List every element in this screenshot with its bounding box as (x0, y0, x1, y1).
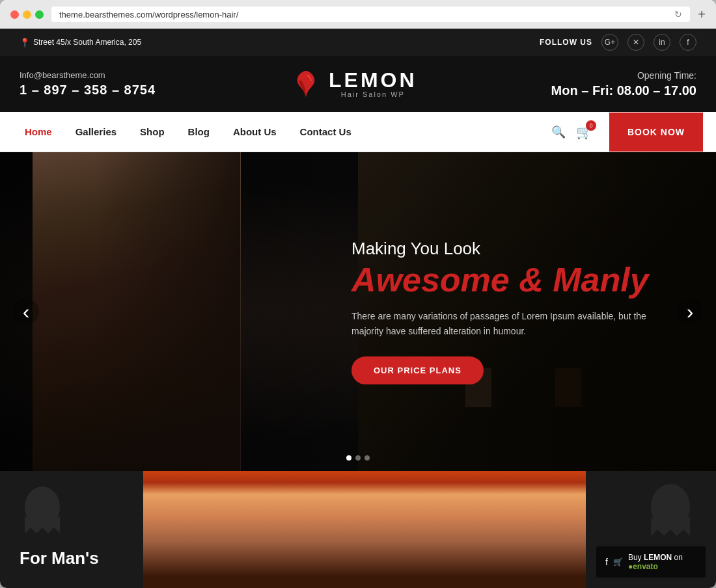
for-mans-label: For Man's (20, 548, 124, 568)
face-right (365, 471, 586, 588)
header-contact: Info@bearstheme.com 1 – 897 – 358 – 8754 (20, 70, 156, 98)
bottom-left: For Man's (0, 471, 143, 588)
twitter-icon[interactable]: ✕ (627, 34, 644, 51)
new-tab-button[interactable]: + (698, 7, 706, 22)
browser-chrome: theme.bearsthemes.com/wordpress/lemon-ha… (0, 0, 716, 29)
maximize-button[interactable] (35, 10, 44, 19)
minimize-button[interactable] (23, 10, 31, 19)
top-bar: 📍 Street 45/x South America, 205 FOLLOW … (0, 29, 716, 56)
nav-home[interactable]: Home (13, 112, 64, 152)
linkedin-icon[interactable]: in (654, 34, 670, 51)
traffic-lights (10, 10, 44, 19)
address-text: Street 45/x South America, 205 (33, 38, 141, 47)
slider-dot-3[interactable] (365, 455, 370, 461)
close-button[interactable] (10, 10, 19, 19)
search-button[interactable]: 🔍 (551, 125, 566, 139)
cart-small-icon: 🛒 (613, 557, 623, 567)
cart-badge: 0 (586, 120, 596, 131)
slider-prev-button[interactable]: ‹ (13, 299, 39, 325)
social-links: FOLLOW US G+ ✕ in f (540, 34, 696, 51)
logo-name: LEMON (329, 70, 417, 90)
nav-contact[interactable]: Contact Us (288, 112, 363, 152)
book-now-button[interactable]: BOOK NOW (609, 113, 703, 152)
logo-text: LEMON Hair Salon WP (329, 70, 417, 98)
nav-actions: 🔍 🛒 0 BOOK NOW (551, 113, 703, 152)
slider-dots (346, 455, 370, 461)
bottom-center (143, 471, 586, 588)
bottom-section: For Man's (0, 471, 716, 588)
facebook-badge-icon: f (605, 557, 608, 567)
site-content: 📍 Street 45/x South America, 205 FOLLOW … (0, 29, 716, 588)
slider-dot-2[interactable] (355, 455, 361, 461)
follow-us-label: FOLLOW US (540, 38, 592, 47)
hero-subtitle: Making You Look (351, 239, 664, 259)
nav-about[interactable]: About Us (221, 112, 288, 152)
map-pin-icon: 📍 (20, 38, 30, 47)
google-plus-icon[interactable]: G+ (601, 34, 618, 51)
envato-label: ●envato (628, 562, 658, 571)
hero-slider: ‹ Making You Look Awesome & Manly There … (0, 152, 716, 471)
face-split-image (143, 471, 586, 588)
hours-time: Mon – Fri: 08.00 – 17.00 (551, 83, 696, 98)
bottom-right: f 🛒 Buy LEMON on ●envato (586, 471, 716, 588)
hero-content: Making You Look Awesome & Manly There ar… (351, 239, 664, 384)
refresh-icon[interactable]: ↻ (674, 9, 682, 20)
browser-window: theme.bearsthemes.com/wordpress/lemon-ha… (0, 0, 716, 588)
site-header: Info@bearstheme.com 1 – 897 – 358 – 8754 (0, 56, 716, 112)
slider-next-button[interactable]: › (677, 299, 703, 325)
hero-image-left (33, 152, 241, 471)
url-text: theme.bearsthemes.com/wordpress/lemon-ha… (59, 10, 238, 20)
nav-galleries[interactable]: Galleries (64, 112, 128, 152)
cart-button[interactable]: 🛒 0 (576, 124, 592, 140)
header-phone: 1 – 897 – 358 – 8754 (20, 83, 156, 98)
logo-icon (290, 68, 322, 100)
nav-shop[interactable]: Shop (128, 112, 176, 152)
address-bar-area: 📍 Street 45/x South America, 205 (20, 38, 141, 47)
logo-subtitle: Hair Salon WP (329, 90, 417, 98)
svg-point-0 (303, 71, 309, 75)
hours-label: Opening Time: (551, 70, 696, 81)
slider-dot-1[interactable] (346, 455, 351, 461)
facebook-icon[interactable]: f (680, 34, 696, 51)
header-email: Info@bearstheme.com (20, 70, 156, 80)
address-bar[interactable]: theme.bearsthemes.com/wordpress/lemon-ha… (51, 7, 690, 22)
nav-blog[interactable]: Blog (176, 112, 221, 152)
hero-description: There are many variations of passages of… (351, 309, 664, 338)
hero-cta-button[interactable]: OUR PRICE PLANS (351, 356, 484, 384)
header-hours: Opening Time: Mon – Fri: 08.00 – 17.00 (551, 70, 696, 98)
nav-links: Home Galleries Shop Blog About Us Contac… (13, 112, 551, 152)
ghost-icon-right (638, 477, 703, 556)
site-nav: Home Galleries Shop Blog About Us Contac… (0, 112, 716, 152)
header-logo[interactable]: LEMON Hair Salon WP (290, 68, 417, 100)
hero-title: Awesome & Manly (351, 261, 664, 299)
